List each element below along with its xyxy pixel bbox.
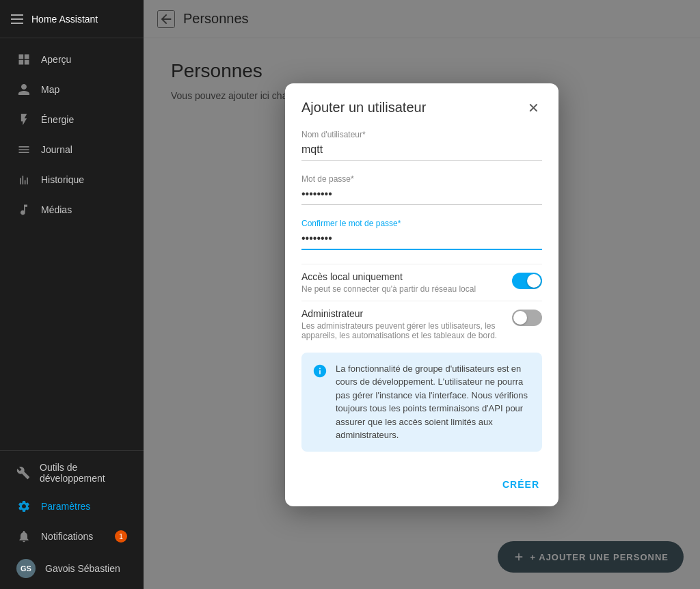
username-input[interactable]: [301, 142, 542, 157]
energy-icon: [16, 112, 31, 127]
sidebar-item-label: Gavois Sébastien: [45, 563, 120, 574]
administrator-desc: Les administrateurs peuvent gérer les ut…: [301, 321, 501, 340]
sidebar-nav: Aperçu Map Énergie Journal Historique: [0, 38, 144, 450]
sidebar-item-notifications[interactable]: Notifications 1: [5, 522, 138, 551]
local-access-desc: Ne peut se connecter qu'à partir du rése…: [301, 284, 501, 294]
main-content: Personnes Personnes Vous pouvez ajouter …: [144, 0, 700, 589]
sidebar-item-label: Paramètres: [41, 501, 90, 512]
person-icon: [16, 82, 31, 97]
sidebar-header: Home Assistant: [0, 0, 144, 38]
sidebar-item-label: Map: [41, 84, 59, 95]
modal-footer: CRÉER: [285, 468, 558, 506]
create-button[interactable]: CRÉER: [500, 474, 542, 495]
username-label: Nom d'utilisateur*: [301, 130, 542, 139]
administrator-label-group: Administrateur Les administrateurs peuve…: [301, 308, 512, 340]
modal-title: Ajouter un utilisateur: [301, 100, 426, 115]
sidebar-item-apercu[interactable]: Aperçu: [5, 45, 138, 74]
sidebar-item-parametres[interactable]: Paramètres: [5, 492, 138, 521]
sidebar-item-outils[interactable]: Outils de développement: [5, 455, 138, 491]
sidebar-item-label: Aperçu: [41, 54, 71, 65]
avatar: GS: [16, 559, 36, 578]
toggle-slider-off: [512, 310, 542, 326]
local-access-title: Accès local uniquement: [301, 271, 501, 282]
info-text: La fonctionnalité de groupe d'utilisateu…: [336, 362, 531, 442]
media-icon: [16, 202, 31, 217]
sidebar-item-energie[interactable]: Énergie: [5, 105, 138, 134]
confirm-password-label: Confirmer le mot de passe*: [301, 219, 542, 228]
sidebar-item-label: Notifications: [41, 531, 93, 542]
sidebar-item-map[interactable]: Map: [5, 75, 138, 104]
sidebar-item-label: Outils de développement: [40, 462, 127, 484]
sidebar-item-label: Historique: [41, 174, 84, 185]
list-icon: [16, 142, 31, 157]
confirm-password-input[interactable]: [301, 231, 542, 246]
wrench-icon: [16, 465, 30, 480]
chart-icon: [16, 172, 31, 187]
sidebar-bottom: Outils de développement Paramètres Notif…: [0, 450, 144, 589]
notification-badge: 1: [115, 530, 127, 543]
administrator-toggle[interactable]: [512, 310, 542, 326]
password-label: Mot de passe*: [301, 174, 542, 184]
administrator-title: Administrateur: [301, 308, 501, 319]
username-field: Nom d'utilisateur*: [301, 130, 542, 161]
sidebar-item-journal[interactable]: Journal: [5, 135, 138, 164]
modal-body: Nom d'utilisateur* Mot de passe* Confirm…: [285, 130, 558, 468]
modal-header: Ajouter un utilisateur ✕: [285, 83, 558, 130]
confirm-password-field: Confirmer le mot de passe*: [301, 219, 542, 250]
sidebar: Home Assistant Aperçu Map Énergie Journa…: [0, 0, 144, 589]
hamburger-menu-icon[interactable]: [11, 14, 23, 24]
local-access-toggle[interactable]: [512, 273, 542, 289]
sidebar-item-label: Énergie: [41, 114, 74, 125]
sidebar-item-user[interactable]: GS Gavois Sébastien: [5, 552, 138, 585]
modal-overlay[interactable]: Ajouter un utilisateur ✕ Nom d'utilisate…: [144, 0, 700, 589]
info-icon: [312, 364, 327, 442]
sidebar-item-label: Médias: [41, 204, 72, 215]
modal-close-button[interactable]: ✕: [525, 97, 542, 119]
password-input[interactable]: [301, 187, 542, 202]
sidebar-title: Home Assistant: [31, 14, 98, 25]
local-access-row: Accès local uniquement Ne peut se connec…: [301, 264, 542, 301]
gear-icon: [16, 499, 31, 514]
bell-icon: [16, 529, 31, 544]
sidebar-item-label: Journal: [41, 144, 72, 155]
sidebar-item-historique[interactable]: Historique: [5, 165, 138, 194]
toggle-slider-on: [512, 273, 542, 289]
grid-icon: [16, 52, 31, 67]
local-access-label-group: Accès local uniquement Ne peut se connec…: [301, 271, 512, 294]
info-box: La fonctionnalité de groupe d'utilisateu…: [301, 353, 542, 452]
password-field: Mot de passe*: [301, 174, 542, 205]
add-user-modal: Ajouter un utilisateur ✕ Nom d'utilisate…: [285, 83, 558, 506]
administrator-row: Administrateur Les administrateurs peuve…: [301, 301, 542, 347]
sidebar-item-medias[interactable]: Médias: [5, 195, 138, 224]
